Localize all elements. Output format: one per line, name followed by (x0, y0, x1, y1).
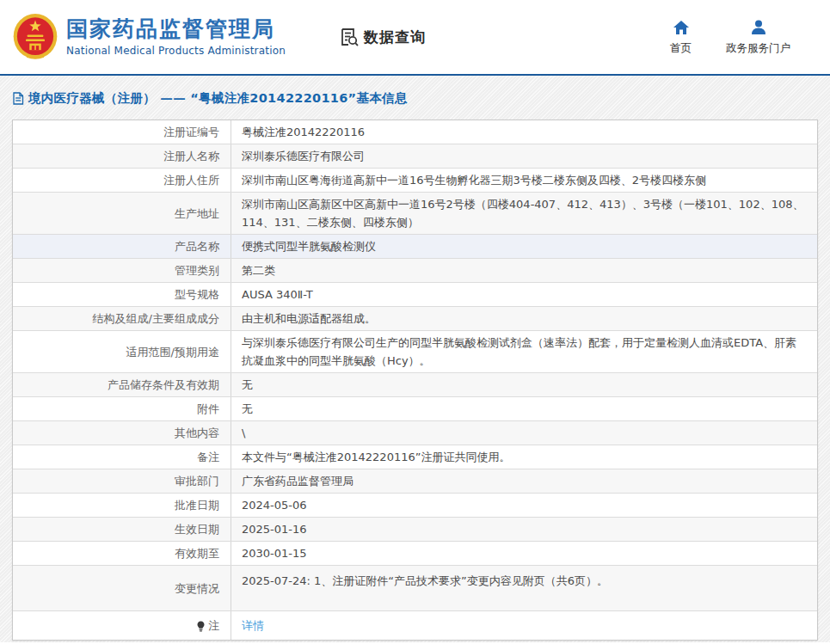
row-value: 详情 (231, 611, 817, 640)
nav-home[interactable]: 首页 (670, 19, 692, 56)
table-row: 产品名称便携式同型半胱氨酸检测仪 (13, 235, 817, 259)
header: 国家药品监督管理局 National Medical Products Admi… (0, 0, 830, 76)
row-value: 便携式同型半胱氨酸检测仪 (231, 235, 817, 258)
document-search-icon (339, 27, 360, 47)
table-row: 生效日期2025-01-16 (13, 518, 817, 542)
row-label: 产品名称 (13, 235, 231, 258)
row-label: 型号规格 (13, 283, 231, 306)
nmpa-logo[interactable]: 国家药品监督管理局 National Medical Products Admi… (12, 12, 286, 62)
row-value: 2024-05-06 (231, 494, 817, 517)
org-title: 国家药品监督管理局 (66, 17, 286, 42)
table-row: 注册人名称深圳泰乐德医疗有限公司 (13, 144, 817, 169)
table-row: 结构及组成/主要组成成分由主机和电源适配器组成。 (13, 307, 817, 331)
table-row: 批准日期2024-05-06 (13, 494, 817, 518)
row-label: 生效日期 (13, 518, 231, 541)
registration-info-table: 注册证编号粤械注准20142220116注册人名称深圳泰乐德医疗有限公司注册人住… (12, 120, 818, 641)
row-label: 附件 (13, 397, 231, 420)
row-value: 2025-01-16 (231, 518, 817, 541)
page-title-text: 境内医疗器械（注册） —— “粤械注准20142220116”基本信息 (28, 90, 408, 107)
row-value: 深圳市南山区高新区中区高新中一道16号2号楼（四楼404-407、412、413… (231, 193, 817, 234)
table-row: 审批部门广东省药品监督管理局 (13, 469, 817, 494)
page-content: 境内医疗器械（注册） —— “粤械注准20142220116”基本信息 注册证编… (0, 76, 830, 642)
row-value: 深圳泰乐德医疗有限公司 (231, 144, 817, 168)
row-label: 有效期至 (13, 542, 231, 565)
row-value: 第二类 (231, 259, 817, 282)
row-label: 管理类别 (13, 259, 231, 282)
row-label: 注册人住所 (13, 169, 231, 192)
table-row: 注册人住所深圳市南山区粤海街道高新中一道16号生物孵化器三期3号楼二楼东侧及四楼… (13, 169, 817, 193)
row-label: 产品储存条件及有效期 (13, 373, 231, 396)
document-icon (12, 92, 24, 105)
row-label: 注 (13, 611, 231, 640)
brand-text: 国家药品监督管理局 National Medical Products Admi… (66, 17, 286, 57)
table-row: 型号规格AUSA 340Ⅱ-T (13, 283, 817, 307)
table-row: 管理类别第二类 (13, 259, 817, 283)
nav-portal-label: 政务服务门户 (726, 41, 790, 56)
table-row: 注册证编号粤械注准20142220116 (13, 120, 817, 144)
row-value: AUSA 340Ⅱ-T (231, 283, 817, 306)
table-row: 变更情况2025-07-24: 1、注册证附件“产品技术要求”变更内容见附页（共… (13, 566, 817, 611)
row-value: 粤械注准20142220116 (231, 120, 817, 144)
row-value: 无 (231, 397, 817, 420)
national-emblem-icon (12, 12, 58, 62)
row-value: 无 (231, 373, 817, 396)
row-label: 审批部门 (13, 469, 231, 493)
row-value: 本文件与“粤械注准20142220116”注册证共同使用。 (231, 445, 817, 469)
table-row: 附件无 (13, 397, 817, 421)
bulb-icon (196, 621, 206, 632)
row-label: 适用范围/预期用途 (13, 331, 231, 372)
row-label: 其他内容 (13, 421, 231, 445)
org-subtitle: National Medical Products Administration (66, 45, 286, 57)
nav-home-label: 首页 (670, 41, 692, 56)
nav-portal[interactable]: 政务服务门户 (726, 19, 790, 56)
table-row: 注详情 (13, 611, 817, 640)
row-value: 与深圳泰乐德医疗有限公司生产的同型半胱氨酸检测试剂盒（速率法）配套，用于定量检测… (231, 331, 817, 372)
row-value: 2025-07-24: 1、注册证附件“产品技术要求”变更内容见附页（共6页）。 (231, 566, 817, 610)
table-row: 产品储存条件及有效期无 (13, 373, 817, 397)
table-row: 生产地址深圳市南山区高新区中区高新中一道16号2号楼（四楼404-407、412… (13, 193, 817, 235)
table-row: 适用范围/预期用途与深圳泰乐德医疗有限公司生产的同型半胱氨酸检测试剂盒（速率法）… (13, 331, 817, 373)
row-label: 备注 (13, 445, 231, 469)
table-row: 其他内容\ (13, 421, 817, 445)
top-nav: 首页 政务服务门户 (670, 19, 830, 56)
user-icon (750, 19, 767, 36)
data-query-label: 数据查询 (364, 28, 426, 47)
row-label: 变更情况 (13, 566, 231, 610)
row-label: 注册证编号 (13, 120, 231, 144)
table-row: 有效期至2030-01-15 (13, 542, 817, 566)
data-query-tab[interactable]: 数据查询 (339, 27, 426, 47)
row-label: 结构及组成/主要组成成分 (13, 307, 231, 330)
row-label: 生产地址 (13, 193, 231, 234)
row-value: \ (231, 421, 817, 445)
home-icon (673, 19, 690, 36)
detail-link[interactable]: 详情 (242, 616, 264, 635)
row-value: 广东省药品监督管理局 (231, 469, 817, 493)
table-row: 备注本文件与“粤械注准20142220116”注册证共同使用。 (13, 445, 817, 469)
page-title: 境内医疗器械（注册） —— “粤械注准20142220116”基本信息 (0, 76, 830, 118)
row-value: 2030-01-15 (231, 542, 817, 565)
row-value: 深圳市南山区粤海街道高新中一道16号生物孵化器三期3号楼二楼东侧及四楼、2号楼四… (231, 169, 817, 192)
row-value: 由主机和电源适配器组成。 (231, 307, 817, 330)
row-label: 注册人名称 (13, 144, 231, 168)
row-label: 批准日期 (13, 494, 231, 517)
